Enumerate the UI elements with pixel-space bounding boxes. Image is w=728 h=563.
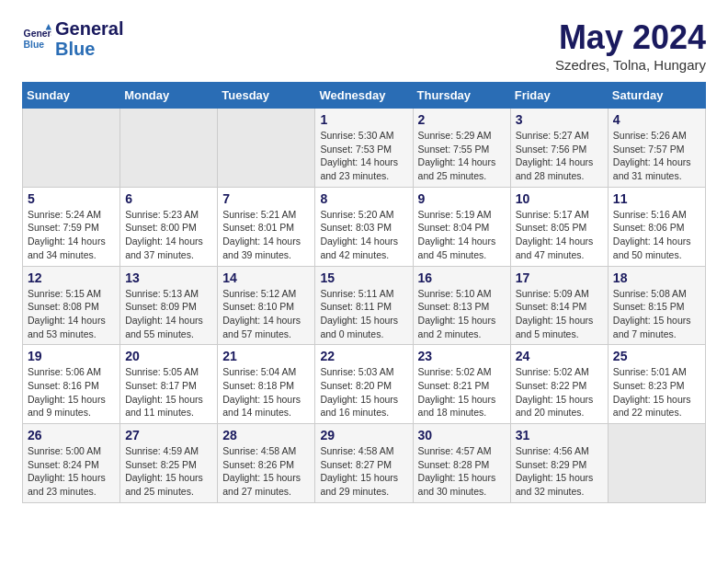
day-number: 1 — [320, 112, 407, 127]
weekday-header-saturday: Saturday — [608, 83, 705, 109]
calendar-cell: 10Sunrise: 5:17 AM Sunset: 8:05 PM Dayli… — [510, 187, 608, 266]
calendar-cell: 17Sunrise: 5:09 AM Sunset: 8:14 PM Dayli… — [510, 266, 608, 345]
cell-text: Sunrise: 4:58 AM Sunset: 8:27 PM Dayligh… — [320, 444, 407, 499]
day-number: 27 — [125, 428, 212, 442]
day-number: 16 — [418, 270, 506, 285]
cell-text: Sunrise: 4:58 AM Sunset: 8:26 PM Dayligh… — [222, 444, 310, 499]
calendar-cell — [120, 109, 218, 188]
day-number: 12 — [28, 270, 115, 285]
calendar-cell: 26Sunrise: 5:00 AM Sunset: 8:24 PM Dayli… — [23, 424, 120, 503]
logo-icon: General Blue — [22, 24, 51, 53]
day-number: 31 — [516, 428, 603, 442]
month-title: May 2024 — [555, 18, 706, 57]
calendar-cell: 19Sunrise: 5:06 AM Sunset: 8:16 PM Dayli… — [23, 345, 120, 424]
day-number: 14 — [222, 270, 310, 285]
cell-text: Sunrise: 5:01 AM Sunset: 8:23 PM Dayligh… — [613, 365, 700, 419]
day-number: 28 — [222, 428, 310, 442]
calendar-cell: 23Sunrise: 5:02 AM Sunset: 8:21 PM Dayli… — [413, 345, 510, 424]
cell-text: Sunrise: 4:59 AM Sunset: 8:25 PM Dayligh… — [125, 444, 212, 499]
cell-text: Sunrise: 5:23 AM Sunset: 8:00 PM Dayligh… — [125, 208, 212, 262]
cell-text: Sunrise: 5:20 AM Sunset: 8:03 PM Dayligh… — [320, 208, 407, 262]
calendar-cell: 7Sunrise: 5:21 AM Sunset: 8:01 PM Daylig… — [218, 187, 315, 266]
calendar-cell — [218, 109, 315, 188]
logo-line1: General — [55, 18, 123, 39]
cell-text: Sunrise: 5:21 AM Sunset: 8:01 PM Dayligh… — [222, 208, 310, 262]
calendar-cell: 24Sunrise: 5:02 AM Sunset: 8:22 PM Dayli… — [510, 345, 608, 424]
day-number: 26 — [28, 428, 115, 442]
weekday-header-thursday: Thursday — [413, 83, 510, 109]
calendar-cell: 13Sunrise: 5:13 AM Sunset: 8:09 PM Dayli… — [120, 266, 218, 345]
cell-text: Sunrise: 5:30 AM Sunset: 7:53 PM Dayligh… — [320, 129, 407, 183]
calendar-cell: 21Sunrise: 5:04 AM Sunset: 8:18 PM Dayli… — [218, 345, 315, 424]
week-row-4: 19Sunrise: 5:06 AM Sunset: 8:16 PM Dayli… — [23, 345, 706, 424]
day-number: 18 — [613, 270, 700, 285]
calendar-cell: 15Sunrise: 5:11 AM Sunset: 8:11 PM Dayli… — [315, 266, 413, 345]
day-number: 30 — [418, 428, 506, 442]
calendar-cell: 31Sunrise: 4:56 AM Sunset: 8:29 PM Dayli… — [510, 424, 608, 503]
cell-text: Sunrise: 4:56 AM Sunset: 8:29 PM Dayligh… — [516, 444, 603, 499]
day-number: 20 — [125, 349, 212, 363]
cell-text: Sunrise: 5:08 AM Sunset: 8:15 PM Dayligh… — [613, 287, 700, 341]
day-number: 23 — [418, 349, 506, 363]
cell-text: Sunrise: 5:19 AM Sunset: 8:04 PM Dayligh… — [418, 208, 506, 262]
calendar-cell: 6Sunrise: 5:23 AM Sunset: 8:00 PM Daylig… — [120, 187, 218, 266]
calendar-cell — [608, 424, 705, 503]
location: Szedres, Tolna, Hungary — [555, 57, 706, 73]
day-number: 15 — [320, 270, 407, 285]
day-number: 17 — [516, 270, 603, 285]
calendar-cell: 20Sunrise: 5:05 AM Sunset: 8:17 PM Dayli… — [120, 345, 218, 424]
day-number: 5 — [28, 191, 115, 206]
cell-text: Sunrise: 5:15 AM Sunset: 8:08 PM Dayligh… — [28, 287, 115, 341]
day-number: 6 — [125, 191, 212, 206]
week-row-5: 26Sunrise: 5:00 AM Sunset: 8:24 PM Dayli… — [23, 424, 706, 503]
calendar-cell: 11Sunrise: 5:16 AM Sunset: 8:06 PM Dayli… — [608, 187, 705, 266]
day-number: 19 — [28, 349, 115, 363]
day-number: 29 — [320, 428, 407, 442]
calendar-cell: 12Sunrise: 5:15 AM Sunset: 8:08 PM Dayli… — [23, 266, 120, 345]
logo-wordmark: General Blue — [55, 18, 123, 59]
day-number: 2 — [418, 112, 506, 127]
calendar-cell: 16Sunrise: 5:10 AM Sunset: 8:13 PM Dayli… — [413, 266, 510, 345]
weekday-header-tuesday: Tuesday — [218, 83, 315, 109]
weekday-header-sunday: Sunday — [23, 83, 120, 109]
calendar-cell: 28Sunrise: 4:58 AM Sunset: 8:26 PM Dayli… — [218, 424, 315, 503]
cell-text: Sunrise: 5:09 AM Sunset: 8:14 PM Dayligh… — [516, 287, 603, 341]
day-number: 7 — [222, 191, 310, 206]
calendar-cell: 29Sunrise: 4:58 AM Sunset: 8:27 PM Dayli… — [315, 424, 413, 503]
calendar-cell: 25Sunrise: 5:01 AM Sunset: 8:23 PM Dayli… — [608, 345, 705, 424]
cell-text: Sunrise: 5:10 AM Sunset: 8:13 PM Dayligh… — [418, 287, 506, 341]
day-number: 3 — [516, 112, 603, 127]
day-number: 24 — [516, 349, 603, 363]
weekday-header-wednesday: Wednesday — [315, 83, 413, 109]
cell-text: Sunrise: 5:04 AM Sunset: 8:18 PM Dayligh… — [222, 365, 310, 419]
page-header: General Blue General Blue May 2024 Szedr… — [22, 18, 706, 73]
calendar-cell — [23, 109, 120, 188]
svg-text:General: General — [24, 29, 51, 39]
title-block: May 2024 Szedres, Tolna, Hungary — [555, 18, 706, 73]
day-number: 9 — [418, 191, 506, 206]
week-row-1: 1Sunrise: 5:30 AM Sunset: 7:53 PM Daylig… — [23, 109, 706, 188]
day-number: 4 — [613, 112, 700, 127]
day-number: 10 — [516, 191, 603, 206]
cell-text: Sunrise: 5:11 AM Sunset: 8:11 PM Dayligh… — [320, 287, 407, 341]
cell-text: Sunrise: 5:24 AM Sunset: 7:59 PM Dayligh… — [28, 208, 115, 262]
cell-text: Sunrise: 5:02 AM Sunset: 8:22 PM Dayligh… — [516, 365, 603, 419]
weekday-header-monday: Monday — [120, 83, 218, 109]
calendar-cell: 5Sunrise: 5:24 AM Sunset: 7:59 PM Daylig… — [23, 187, 120, 266]
calendar-cell: 18Sunrise: 5:08 AM Sunset: 8:15 PM Dayli… — [608, 266, 705, 345]
cell-text: Sunrise: 5:05 AM Sunset: 8:17 PM Dayligh… — [125, 365, 212, 419]
svg-marker-3 — [46, 24, 51, 29]
calendar-cell: 27Sunrise: 4:59 AM Sunset: 8:25 PM Dayli… — [120, 424, 218, 503]
calendar-cell: 2Sunrise: 5:29 AM Sunset: 7:55 PM Daylig… — [413, 109, 510, 188]
week-row-2: 5Sunrise: 5:24 AM Sunset: 7:59 PM Daylig… — [23, 187, 706, 266]
logo-line2: Blue — [55, 39, 123, 59]
day-number: 21 — [222, 349, 310, 363]
cell-text: Sunrise: 4:57 AM Sunset: 8:28 PM Dayligh… — [418, 444, 506, 499]
cell-text: Sunrise: 5:12 AM Sunset: 8:10 PM Dayligh… — [222, 287, 310, 341]
cell-text: Sunrise: 5:13 AM Sunset: 8:09 PM Dayligh… — [125, 287, 212, 341]
calendar-cell: 9Sunrise: 5:19 AM Sunset: 8:04 PM Daylig… — [413, 187, 510, 266]
calendar-cell: 30Sunrise: 4:57 AM Sunset: 8:28 PM Dayli… — [413, 424, 510, 503]
cell-text: Sunrise: 5:00 AM Sunset: 8:24 PM Dayligh… — [28, 444, 115, 499]
cell-text: Sunrise: 5:03 AM Sunset: 8:20 PM Dayligh… — [320, 365, 407, 419]
day-number: 25 — [613, 349, 700, 363]
